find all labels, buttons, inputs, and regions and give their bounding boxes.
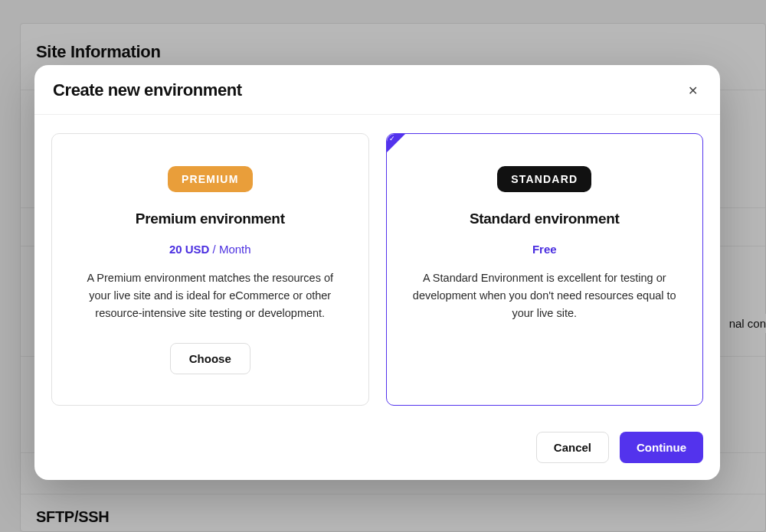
standard-description: A Standard Environment is excellent for … bbox=[405, 269, 685, 323]
cancel-button[interactable]: Cancel bbox=[536, 432, 609, 463]
close-icon: ✕ bbox=[688, 83, 698, 98]
standard-price: Free bbox=[405, 243, 685, 256]
modal-header: Create new environment ✕ bbox=[34, 65, 720, 115]
environment-cards: PREMIUM Premium environment 20 USD / Mon… bbox=[51, 133, 703, 406]
standard-price-label: Free bbox=[532, 243, 557, 256]
standard-badge: STANDARD bbox=[497, 166, 591, 192]
check-icon: ✓ bbox=[389, 135, 395, 142]
premium-badge: PREMIUM bbox=[168, 166, 253, 192]
page-backdrop: Site Information SFTP/SSH nal con Create… bbox=[0, 0, 766, 532]
modal-footer: Cancel Continue bbox=[34, 419, 720, 480]
premium-card-title: Premium environment bbox=[70, 211, 350, 227]
premium-price: 20 USD / Month bbox=[70, 243, 350, 256]
continue-button[interactable]: Continue bbox=[620, 432, 703, 463]
modal-body: PREMIUM Premium environment 20 USD / Mon… bbox=[34, 115, 720, 419]
standard-environment-card[interactable]: ✓ STANDARD Standard environment Free A S… bbox=[386, 133, 704, 406]
modal-title: Create new environment bbox=[53, 80, 242, 100]
premium-price-amount: 20 USD bbox=[169, 243, 210, 256]
choose-premium-button[interactable]: Choose bbox=[170, 343, 250, 374]
create-environment-modal: Create new environment ✕ PREMIUM Premium… bbox=[34, 65, 720, 480]
premium-description: A Premium environment matches the resour… bbox=[70, 269, 350, 323]
premium-environment-card[interactable]: PREMIUM Premium environment 20 USD / Mon… bbox=[51, 133, 369, 406]
premium-price-interval: / Month bbox=[213, 243, 251, 256]
close-button[interactable]: ✕ bbox=[683, 81, 702, 100]
standard-card-title: Standard environment bbox=[405, 211, 685, 227]
